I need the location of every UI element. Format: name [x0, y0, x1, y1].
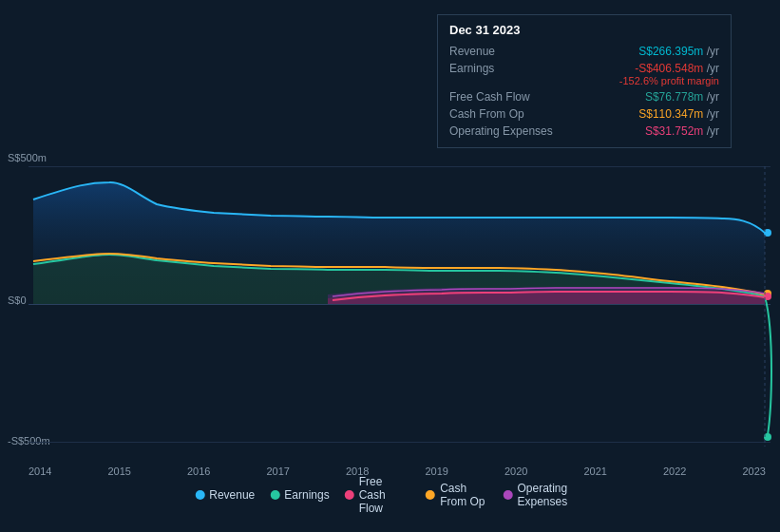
tooltip-box: Dec 31 2023 Revenue S$266.395m /yr Earni… [437, 14, 732, 148]
tooltip-row-revenue: Revenue S$266.395m /yr [449, 43, 719, 60]
chart-legend: Revenue Earnings Free Cash Flow Cash Fro… [195, 475, 585, 515]
legend-dot-cfo [426, 490, 435, 500]
tooltip-label-opex: Operating Expenses [449, 124, 563, 138]
tooltip-value-revenue: S$266.395m /yr [638, 45, 719, 58]
tooltip-row-fcf: Free Cash Flow S$76.778m /yr [449, 88, 719, 105]
legend-item-opex[interactable]: Operating Expenses [503, 482, 584, 508]
chart-container: Dec 31 2023 Revenue S$266.395m /yr Earni… [0, 0, 780, 532]
x-label-2014: 2014 [29, 466, 51, 477]
x-label-2021: 2021 [584, 466, 607, 477]
tooltip-label-earnings: Earnings [449, 62, 563, 75]
legend-label-revenue: Revenue [209, 488, 255, 502]
legend-dot-revenue [195, 490, 204, 500]
legend-dot-earnings [270, 490, 279, 500]
legend-dot-opex [503, 490, 512, 500]
legend-item-cfo[interactable]: Cash From Op [426, 482, 487, 508]
tooltip-label-revenue: Revenue [449, 45, 563, 58]
x-label-2015: 2015 [108, 466, 131, 477]
legend-label-fcf: Free Cash Flow [359, 475, 411, 515]
tooltip-row-earnings: Earnings -S$406.548m /yr -152.6% profit … [449, 60, 719, 88]
tooltip-value-opex: S$31.752m /yr [645, 124, 719, 138]
legend-dot-fcf [345, 490, 354, 500]
tooltip-label-cfo: Cash From Op [449, 107, 563, 121]
tooltip-value-fcf: S$76.778m /yr [645, 90, 719, 104]
x-label-2022: 2022 [663, 466, 686, 477]
legend-item-revenue[interactable]: Revenue [195, 488, 255, 502]
tooltip-value-cfo: S$110.347m /yr [638, 107, 719, 121]
legend-label-opex: Operating Expenses [517, 482, 584, 508]
x-label-2023: 2023 [743, 466, 766, 477]
legend-label-earnings: Earnings [284, 488, 329, 502]
tooltip-date: Dec 31 2023 [449, 23, 719, 37]
tooltip-row-opex: Operating Expenses S$31.752m /yr [449, 123, 719, 140]
tooltip-sub-earnings: -152.6% profit margin [619, 75, 719, 86]
tooltip-row-cfo: Cash From Op S$110.347m /yr [449, 105, 719, 123]
legend-label-cfo: Cash From Op [440, 482, 487, 508]
tooltip-label-fcf: Free Cash Flow [449, 90, 563, 104]
legend-item-earnings[interactable]: Earnings [270, 488, 329, 502]
tooltip-value-earnings: -S$406.548m /yr [635, 62, 719, 75]
legend-item-fcf[interactable]: Free Cash Flow [345, 475, 411, 515]
